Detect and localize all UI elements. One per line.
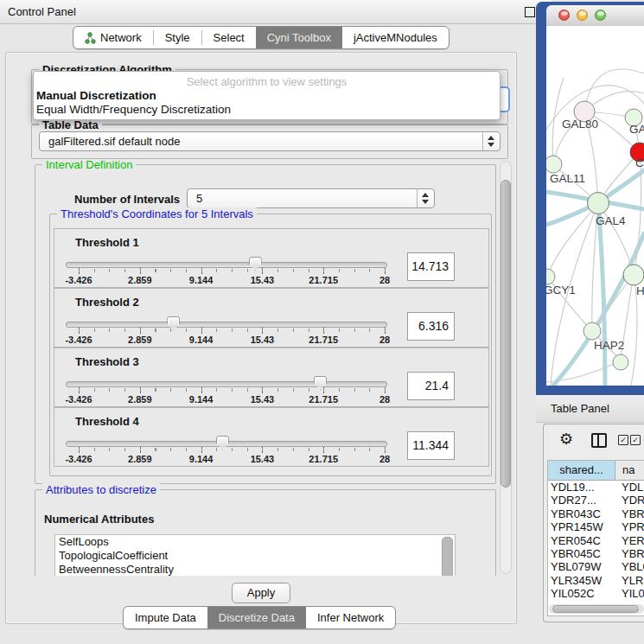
node-hap2[interactable] — [583, 322, 601, 340]
slider-track[interactable] — [66, 262, 387, 268]
table-row[interactable]: YDL19...YDL1 — [548, 481, 644, 494]
cell-shared-name[interactable]: YBR043C — [548, 507, 615, 520]
cell-name[interactable]: YBR0 — [615, 547, 644, 560]
app-root: Control Panel Network Style Select Cyni … — [0, 0, 644, 644]
column-header-name[interactable]: na — [615, 461, 644, 480]
table-row[interactable]: YIL052CYIL0 — [548, 587, 644, 600]
tick-label: 28 — [379, 275, 390, 285]
cell-shared-name[interactable]: YDR27... — [548, 494, 615, 507]
threshold-value-field[interactable]: 21.4 — [407, 372, 455, 400]
tab-select[interactable]: Select — [202, 27, 256, 48]
cell-name[interactable]: YIL0 — [615, 587, 644, 600]
top-tab-bar: Network Style Select Cyni Toolbox jActiv… — [73, 26, 450, 49]
tick-label: 2.859 — [128, 335, 152, 345]
table-row[interactable]: YER054CYER0 — [548, 534, 644, 547]
tick-label: 21.715 — [309, 394, 338, 405]
table-data-combobox[interactable]: galFiltered.sif default node — [39, 131, 501, 151]
cell-shared-name[interactable]: YPR145W — [548, 520, 615, 533]
node-gal4[interactable] — [588, 193, 609, 214]
num-intervals-label: Number of Intervals — [74, 193, 180, 206]
table-row[interactable]: YDR27...YDR2 — [548, 494, 644, 507]
node-unlabeled[interactable] — [613, 354, 628, 370]
tick-label: -3.426 — [65, 394, 92, 405]
list-scrollbar[interactable] — [442, 537, 453, 576]
numerical-attributes-list[interactable]: SelfLoopsTopologicalCoefficientBetweenne… — [54, 534, 456, 576]
table-row[interactable]: YLR345WYLR3 — [548, 574, 644, 587]
popup-item-manual-discretization[interactable]: Manual Discretization — [36, 89, 497, 103]
combo-arrows-icon[interactable] — [482, 132, 500, 150]
node-gal11[interactable] — [546, 156, 562, 173]
apply-button[interactable]: Apply — [232, 583, 290, 603]
cell-shared-name[interactable]: YDL19... — [548, 481, 615, 494]
cell-name[interactable]: YDL1 — [615, 481, 644, 494]
node-label: H — [636, 284, 644, 297]
node-table: shared... na YDL19...YDL1YDR27...YDR2YBR… — [547, 460, 644, 616]
popup-item-equal-width-frequency[interactable]: Equal Width/Frequency Discretization — [36, 103, 497, 117]
cell-shared-name[interactable]: YLR345W — [548, 574, 615, 587]
cell-name[interactable]: YER0 — [615, 534, 644, 547]
panel-scrollbar-thumb[interactable] — [501, 180, 511, 488]
threshold-4-slider[interactable]: -3.4262.8599.14415.4321.71528 — [54, 434, 452, 466]
gear-icon[interactable]: ⚙ — [559, 430, 573, 448]
cell-name[interactable]: YPR1 — [615, 520, 644, 533]
num-intervals-combobox[interactable]: 5 — [187, 188, 435, 208]
threshold-label: Threshold 1 — [75, 236, 139, 249]
table-row[interactable]: YBL079WYBL0 — [548, 560, 644, 573]
checkbox-icon[interactable]: ✓ — [618, 435, 628, 445]
close-traffic-light-icon[interactable] — [558, 10, 570, 21]
combo-arrows-icon[interactable] — [417, 189, 434, 207]
thresholds-group: Threshold's Coordinates for 5 Intervals … — [49, 214, 492, 476]
tab-impute-data[interactable]: Impute Data — [124, 607, 207, 628]
slider-track[interactable] — [66, 381, 387, 387]
split-columns-icon[interactable] — [591, 433, 607, 448]
tick-label: 9.144 — [189, 275, 214, 285]
checkbox-icon[interactable]: ✓ — [630, 435, 641, 445]
tick-label: 15.43 — [251, 275, 275, 285]
float-window-button[interactable] — [525, 7, 535, 17]
table-row[interactable]: YBR045CYBR0 — [548, 547, 644, 560]
cell-shared-name[interactable]: YIL052C — [548, 587, 615, 600]
threshold-4-panel: Threshold 4 -3.4262.8599.14415.4321.7152… — [54, 407, 489, 467]
cell-name[interactable]: YLR3 — [615, 574, 644, 587]
group-label: Threshold's Coordinates for 5 Intervals — [57, 207, 257, 220]
minimize-traffic-light-icon[interactable] — [577, 10, 588, 21]
threshold-1-slider[interactable]: -3.4262.8599.14415.4321.71528 — [54, 255, 452, 287]
tab-network[interactable]: Network — [73, 27, 153, 48]
threshold-2-panel: Threshold 2 -3.4262.8599.14415.4321.7152… — [54, 288, 489, 348]
tab-infer-network[interactable]: Infer Network — [306, 607, 395, 628]
network-canvas[interactable]: GAL80 GA C GAL11 GAL4 GCY1 H HAP2 — [546, 26, 644, 386]
zoom-traffic-light-icon[interactable] — [595, 10, 606, 21]
table-hscrollbar-thumb[interactable] — [552, 605, 639, 613]
tab-label: Impute Data — [135, 611, 196, 624]
threshold-3-slider[interactable]: -3.4262.8599.14415.4321.71528 — [54, 374, 452, 406]
table-row[interactable]: YPR145WYPR1 — [548, 520, 644, 533]
tab-style[interactable]: Style — [154, 27, 201, 48]
slider-track[interactable] — [66, 322, 387, 328]
cell-name[interactable]: YDR2 — [615, 494, 644, 507]
cell-shared-name[interactable]: YBR045C — [548, 547, 615, 560]
table-row[interactable]: YBR043CYBR0 — [548, 507, 644, 520]
cell-name[interactable]: YBL0 — [615, 560, 644, 573]
cell-shared-name[interactable]: YER054C — [548, 534, 615, 547]
cell-shared-name[interactable]: YBL079W — [548, 560, 615, 573]
control-panel-titlebar: Control Panel — [0, 0, 552, 24]
attribute-list-item[interactable]: TopologicalCoefficient — [55, 549, 455, 563]
tick-label: 2.859 — [128, 454, 152, 464]
tab-label: Infer Network — [317, 611, 384, 624]
attribute-list-item[interactable]: SelfLoops — [55, 535, 455, 549]
cell-name[interactable]: YBR0 — [615, 507, 644, 520]
bottom-tab-bar: Impute Data Discretize Data Infer Networ… — [123, 606, 396, 629]
table-header-row: shared... na — [548, 461, 644, 481]
table-hscrollbar-track[interactable] — [549, 604, 644, 614]
attribute-list-item[interactable]: BetweennessCentrality — [55, 563, 455, 576]
column-header-shared-name[interactable]: shared... — [548, 461, 615, 480]
threshold-value-field[interactable]: 11.344 — [407, 431, 455, 460]
tab-discretize-data[interactable]: Discretize Data — [207, 607, 306, 628]
threshold-value-field[interactable]: 6.316 — [407, 312, 455, 341]
tab-cyni-toolbox[interactable]: Cyni Toolbox — [256, 27, 342, 48]
node-h-partial[interactable] — [623, 265, 644, 285]
node-gcy1[interactable] — [546, 269, 555, 284]
threshold-2-slider[interactable]: -3.4262.8599.14415.4321.71528 — [54, 315, 452, 347]
threshold-value-field[interactable]: 14.713 — [407, 252, 455, 281]
tab-jactivemnodules[interactable]: jActiveMNodules — [342, 27, 449, 48]
